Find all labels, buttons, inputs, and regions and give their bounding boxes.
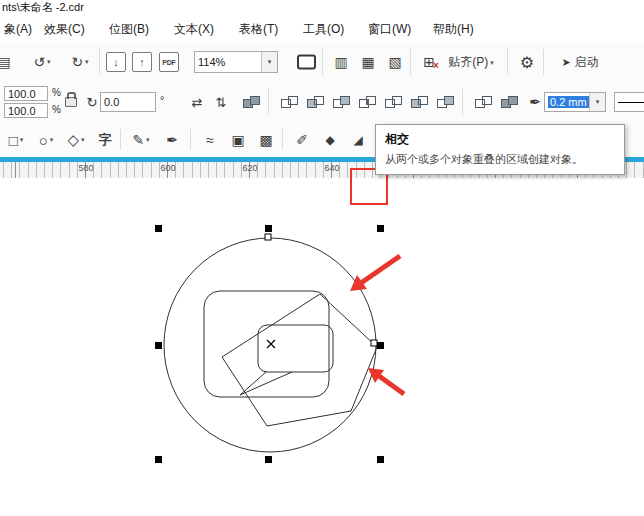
clear-button[interactable]: ⊞× bbox=[417, 55, 441, 69]
paste-button[interactable]: ▤ bbox=[0, 55, 16, 69]
chevron-down-icon[interactable]: ▾ bbox=[490, 58, 494, 66]
polygon-tool[interactable]: ◇ ▾ bbox=[64, 131, 88, 149]
tooltip-title: 相交 bbox=[385, 131, 615, 148]
scale-y-field[interactable]: 100.0 bbox=[4, 103, 48, 118]
redo-icon: ↻ bbox=[71, 55, 83, 69]
menu-object[interactable]: 象(A) bbox=[2, 16, 34, 42]
separator bbox=[462, 89, 463, 115]
selection-handle[interactable] bbox=[155, 225, 162, 232]
combine-icon bbox=[243, 95, 260, 109]
import-button[interactable]: ↓ bbox=[105, 52, 127, 72]
transparency-tool[interactable]: ▩ bbox=[254, 132, 278, 148]
text-tool[interactable]: 字 bbox=[94, 131, 116, 149]
combine-button[interactable] bbox=[238, 95, 264, 109]
remove-front-button[interactable] bbox=[432, 95, 458, 109]
menu-table[interactable]: 表格(T) bbox=[237, 16, 280, 42]
outline-width-combobox[interactable]: 0.2 mm ▾ bbox=[544, 92, 606, 112]
remove-behind-button[interactable] bbox=[406, 95, 432, 109]
show-rulers-button[interactable]: ▥ bbox=[329, 55, 353, 69]
red-x-icon: × bbox=[433, 61, 439, 71]
mirror-vertical-icon: ⇅ bbox=[216, 95, 227, 110]
rotation-angle-field[interactable]: 0.0 bbox=[100, 92, 156, 112]
separator bbox=[99, 49, 100, 75]
show-grid-button[interactable]: ▦ bbox=[356, 55, 380, 69]
object-node[interactable] bbox=[371, 340, 377, 346]
color-eyedropper-tool[interactable]: ✐ bbox=[290, 132, 314, 148]
menu-text[interactable]: 文本(X) bbox=[172, 16, 216, 42]
interactive-fill-tool[interactable]: ◢ bbox=[346, 133, 370, 147]
selection-handle[interactable] bbox=[377, 456, 384, 463]
pentagon-shape[interactable] bbox=[222, 294, 377, 426]
chevron-down-icon[interactable]: ▾ bbox=[261, 52, 277, 72]
selection-center-mark bbox=[267, 340, 275, 348]
lock-icon bbox=[65, 97, 77, 107]
menu-tools[interactable]: 工具(O) bbox=[301, 16, 346, 42]
rectangle-tool[interactable]: □ ▾ bbox=[4, 131, 28, 148]
chevron-down-icon[interactable]: ▾ bbox=[20, 136, 24, 144]
merge-button[interactable] bbox=[496, 95, 522, 109]
outline-width-value: 0.2 mm bbox=[548, 96, 589, 108]
chevron-down-icon[interactable]: ▾ bbox=[85, 58, 89, 66]
menu-bitmaps[interactable]: 位图(B) bbox=[107, 16, 151, 42]
lock-ratio-button[interactable] bbox=[62, 97, 80, 107]
chevron-down-icon[interactable]: ▾ bbox=[50, 136, 54, 144]
fill-tool[interactable]: ◆ bbox=[318, 133, 342, 147]
options-button[interactable]: ⚙ bbox=[514, 53, 540, 72]
clipboard-icon: ▤ bbox=[0, 55, 11, 69]
speech-bubble-shape[interactable] bbox=[258, 325, 333, 372]
selection-handle[interactable] bbox=[377, 225, 384, 232]
separator bbox=[282, 129, 283, 150]
menu-window[interactable]: 窗口(W) bbox=[366, 16, 413, 42]
pen-icon: ✒ bbox=[166, 132, 178, 148]
outline-style-preview[interactable] bbox=[614, 92, 644, 112]
fullscreen-preview-button[interactable] bbox=[295, 55, 317, 70]
grid-clear-icon: ⊞× bbox=[423, 55, 435, 69]
snap-to-dropdown[interactable]: 贴齐(P) ▾ bbox=[440, 54, 502, 71]
chevron-down-icon[interactable]: ▾ bbox=[47, 58, 51, 66]
intersect-button[interactable] bbox=[354, 95, 380, 109]
scale-x-field[interactable]: 100.0 bbox=[4, 86, 48, 101]
selection-handle[interactable] bbox=[155, 456, 162, 463]
chevron-down-icon[interactable]: ▾ bbox=[81, 136, 85, 144]
mirror-vertical-button[interactable]: ⇅ bbox=[210, 95, 232, 110]
remove-front-icon bbox=[437, 95, 454, 109]
undo-button[interactable]: ↺ ▾ bbox=[24, 55, 60, 69]
selection-handle[interactable] bbox=[265, 456, 272, 463]
red-arrow-top bbox=[361, 256, 400, 283]
chevron-down-icon[interactable]: ▾ bbox=[589, 93, 605, 111]
zoom-level-combobox[interactable]: 114% ▾ bbox=[194, 51, 278, 73]
object-node[interactable] bbox=[265, 234, 271, 240]
export-button[interactable]: ↑ bbox=[131, 52, 153, 72]
menu-help[interactable]: 帮助(H) bbox=[431, 16, 476, 42]
drop-shadow-tool[interactable]: ▣ bbox=[226, 132, 250, 148]
weld-button[interactable] bbox=[276, 95, 302, 109]
show-guidelines-button[interactable]: ▧ bbox=[383, 55, 407, 69]
chevron-down-icon[interactable]: ▾ bbox=[146, 136, 150, 144]
intersect-icon bbox=[359, 95, 376, 109]
back-minus-front-button[interactable] bbox=[328, 95, 354, 109]
mirror-horizontal-button[interactable]: ⇄ bbox=[186, 95, 208, 110]
drawing-canvas[interactable] bbox=[0, 178, 644, 516]
rulers-icon: ▥ bbox=[334, 55, 347, 69]
degree-label: ° bbox=[160, 94, 164, 106]
separator bbox=[268, 89, 269, 115]
selection-handle[interactable] bbox=[155, 342, 162, 349]
launch-button[interactable]: ➤ 启动 bbox=[550, 54, 610, 71]
trim-button[interactable] bbox=[302, 95, 328, 109]
selection-handle[interactable] bbox=[377, 342, 384, 349]
publish-pdf-button[interactable]: PDF bbox=[157, 52, 181, 72]
connector-tool[interactable]: ≈ bbox=[198, 132, 222, 148]
ellipse-tool[interactable]: ○ ▾ bbox=[34, 131, 58, 148]
tooltip: 相交 从两个或多个对象重叠的区域创建对象。 bbox=[375, 124, 625, 175]
launch-icon: ➤ bbox=[561, 57, 570, 68]
simplify-button[interactable] bbox=[380, 95, 406, 109]
create-boundary-button[interactable] bbox=[470, 95, 496, 109]
selection-handle[interactable] bbox=[265, 225, 272, 232]
rounded-rectangle-shape[interactable] bbox=[204, 291, 329, 397]
redo-button[interactable]: ↻ ▾ bbox=[62, 55, 98, 69]
pen-tool[interactable]: ✒ bbox=[160, 132, 184, 148]
speech-bubble-tail[interactable] bbox=[240, 372, 292, 395]
trim-icon bbox=[307, 95, 324, 109]
menu-effects[interactable]: 效果(C) bbox=[42, 16, 87, 42]
freehand-tool[interactable]: ✎ ▾ bbox=[128, 132, 154, 148]
